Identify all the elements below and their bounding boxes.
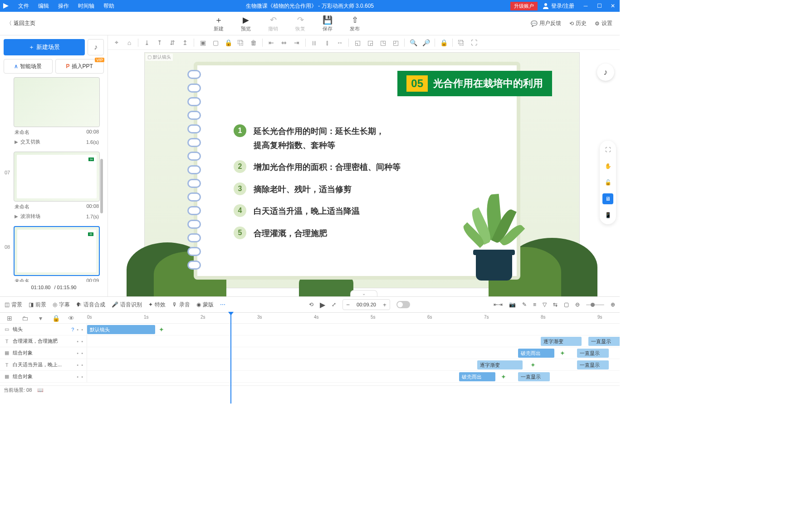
- align-vcenter-icon[interactable]: ⇵: [166, 37, 178, 49]
- scene-item[interactable]: 07 04 未命名00:08 ▶ 波浪转场 1.7(s): [14, 152, 104, 222]
- backward-icon[interactable]: ◰: [390, 37, 401, 49]
- track[interactable]: 破壳而出一直显示✦: [87, 347, 620, 359]
- keyframe-icon[interactable]: ✦: [559, 350, 566, 357]
- zoom-track-out-icon[interactable]: ⊖: [575, 301, 580, 308]
- timeline-ruler[interactable]: 0s1s2s3s4s5s6s7s8s9s: [87, 313, 620, 323]
- scene-thumbnail[interactable]: 04: [14, 152, 100, 202]
- expand-button[interactable]: ⤢: [332, 301, 336, 308]
- tts-button[interactable]: 🗣语音合成: [76, 301, 105, 309]
- login-button[interactable]: 登录/注册: [538, 2, 579, 10]
- zoom-in-icon[interactable]: 🔍: [407, 37, 419, 49]
- effect-button[interactable]: ✦特效: [148, 301, 166, 309]
- import-ppt-button[interactable]: P 插入PPT VIP: [55, 59, 104, 74]
- time-input[interactable]: − 00:09.20 +: [342, 299, 390, 310]
- align-bottom-icon[interactable]: ⤓: [141, 37, 153, 49]
- menu-timeline[interactable]: 时间轴: [73, 0, 99, 12]
- more-button[interactable]: ⋯: [220, 301, 225, 308]
- mobile-icon[interactable]: 📱: [602, 210, 613, 221]
- 发布-button[interactable]: ⇧发布: [341, 15, 368, 32]
- minimize-button[interactable]: ─: [579, 0, 592, 12]
- keyframe-dot-icon[interactable]: •: [77, 350, 78, 356]
- background-button[interactable]: ◫背景: [5, 301, 22, 309]
- close-button[interactable]: ✕: [606, 0, 620, 12]
- edit-tool-icon[interactable]: ✎: [522, 301, 527, 308]
- lock-tracks-icon[interactable]: 🔒: [50, 312, 62, 324]
- keyframe-icon[interactable]: ✦: [500, 373, 507, 380]
- upgrade-badge[interactable]: 升级账户: [510, 2, 538, 10]
- timeline-clip[interactable]: 一直显示: [577, 349, 609, 358]
- send-back-icon[interactable]: ◲: [364, 37, 376, 49]
- collapse-icon[interactable]: ▾: [34, 312, 46, 324]
- timeline-clip[interactable]: 默认镜头: [87, 325, 155, 334]
- canvas-stage[interactable]: ▢ 默认镜头 1延长光合作用的时间：延长生长期， 提高复: [108, 50, 620, 296]
- 用户反馈-button[interactable]: 💬用户反馈: [531, 20, 561, 27]
- bring-front-icon[interactable]: ◱: [352, 37, 363, 49]
- 设置-button[interactable]: ⚙设置: [595, 20, 612, 27]
- scene-thumbnail[interactable]: [14, 77, 100, 127]
- 撤销-button[interactable]: ↶撤销: [259, 15, 287, 32]
- canvas-music-button[interactable]: ♪: [597, 64, 614, 81]
- maximize-button[interactable]: ☐: [592, 0, 606, 12]
- timeline-clip[interactable]: 破壳而出: [518, 349, 554, 358]
- zoom-slider[interactable]: [586, 304, 604, 305]
- fullscreen-icon[interactable]: ⛶: [602, 144, 613, 155]
- 恢复-button[interactable]: ↷恢复: [287, 15, 314, 32]
- keyframe-dot-icon[interactable]: •: [81, 339, 83, 344]
- hand-icon[interactable]: ✋: [602, 161, 613, 172]
- expand-icon[interactable]: ⛶: [468, 37, 480, 49]
- toggle-switch[interactable]: [396, 301, 410, 308]
- track[interactable]: 逐字渐变一直显示: [87, 335, 620, 347]
- play-button[interactable]: ▶: [320, 300, 325, 309]
- keyframe-dot-icon[interactable]: •: [77, 339, 78, 344]
- collapse-handle[interactable]: ⌄: [350, 290, 377, 296]
- zoom-track-in-icon[interactable]: ⊕: [611, 301, 615, 308]
- timeline-clip[interactable]: 一直显示: [577, 360, 609, 369]
- keyframe-icon[interactable]: ✦: [158, 326, 165, 333]
- keyframe-icon[interactable]: ✦: [529, 361, 537, 369]
- scene-list[interactable]: 未命名00:08 ▶ 交叉切换 1.6(s) 07 04 未命名00:08 ▶ …: [4, 77, 104, 282]
- back-button[interactable]: 〈 返回主页: [0, 20, 42, 27]
- ungroup-icon[interactable]: ▢: [210, 37, 221, 49]
- stage[interactable]: ▢ 默认镜头 1延长光合作用的时间：延长生长期， 提高复: [144, 52, 580, 288]
- sidebar-scrollbar[interactable]: [100, 159, 104, 213]
- copy-canvas-icon[interactable]: ⿻: [455, 37, 467, 49]
- timeline-clip[interactable]: 一直显示: [588, 337, 620, 346]
- align-hcenter-icon[interactable]: ⇔: [278, 37, 290, 49]
- spacing-icon[interactable]: ↔: [334, 37, 346, 49]
- track-header[interactable]: ▦ 组合对象• •: [0, 371, 87, 382]
- lock-icon[interactable]: 🔒: [222, 37, 234, 49]
- copy-icon[interactable]: ⿻: [235, 37, 247, 49]
- lock-canvas-icon[interactable]: 🔒: [438, 37, 450, 49]
- 新建-button[interactable]: ＋新建: [205, 15, 232, 32]
- time-increase-button[interactable]: +: [380, 301, 390, 308]
- smart-scene-button[interactable]: ∧ 智能场景: [4, 59, 53, 74]
- add-track-icon[interactable]: ⊞: [4, 312, 15, 324]
- 保存-button[interactable]: 💾保存: [314, 15, 341, 32]
- align-top-icon[interactable]: ⤒: [154, 37, 166, 49]
- pointer-icon[interactable]: ⌖: [111, 37, 122, 49]
- foreground-button[interactable]: ◨前景: [29, 301, 46, 309]
- rewind-button[interactable]: ⟲: [309, 301, 313, 308]
- track[interactable]: 破壳而出一直显示✦: [87, 371, 620, 382]
- 历史-button[interactable]: ⟲历史: [569, 20, 587, 27]
- timeline-clip[interactable]: 破壳而出: [459, 372, 495, 381]
- align-right-icon[interactable]: ⇥: [291, 37, 303, 49]
- track-header[interactable]: ▦ 组合对象• •: [0, 347, 87, 359]
- help-icon[interactable]: ?: [71, 327, 74, 332]
- asr-button[interactable]: 🎤语音识别: [112, 301, 142, 309]
- layers-icon[interactable]: ≡: [533, 301, 536, 308]
- unlock-icon[interactable]: 🔓: [602, 177, 613, 188]
- track-header[interactable]: T 合理灌溉，合理施肥• •: [0, 335, 87, 347]
- transition-row[interactable]: ▶ 波浪转场 1.7(s): [14, 212, 100, 222]
- keyframe-dot-icon[interactable]: •: [81, 362, 83, 368]
- record-button[interactable]: 🎙录音: [172, 301, 190, 309]
- keyframe-dot-icon[interactable]: •: [77, 374, 78, 379]
- 预览-button[interactable]: ▶预览: [232, 15, 259, 32]
- menu-edit[interactable]: 编辑: [34, 0, 54, 12]
- track[interactable]: 默认镜头✦: [87, 324, 620, 335]
- mask-button[interactable]: ◉蒙版: [196, 301, 214, 309]
- scene-item[interactable]: 08 05 未命名00:09 ▶ 全方块 1.7(s): [14, 226, 104, 282]
- keyframe-dot-icon[interactable]: •: [81, 374, 83, 379]
- zoom-out-icon[interactable]: 🔎: [420, 37, 432, 49]
- distribute-v-icon[interactable]: ⫿: [321, 37, 333, 49]
